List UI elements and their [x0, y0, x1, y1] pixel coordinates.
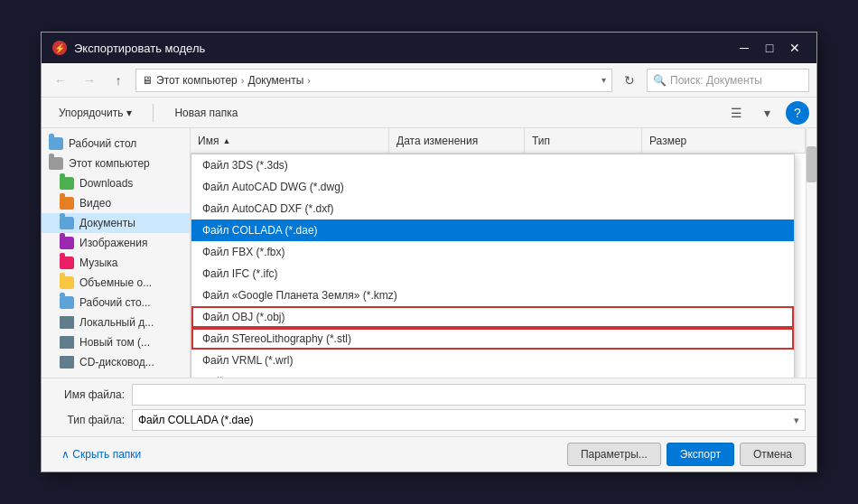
back-button[interactable]: ←: [49, 69, 72, 92]
sidebar-label-cddrive: CD-дисковод...: [79, 356, 154, 369]
drive-newtom-icon: [60, 336, 74, 349]
action-bar: ∧ Скрыть папки Параметры... Экспорт Отме…: [42, 436, 816, 471]
organize-button[interactable]: Упорядочить ▾: [49, 102, 142, 124]
header-type-label: Тип: [532, 135, 550, 147]
organize-dropdown-icon: ▾: [126, 107, 132, 119]
sidebar-item-objects[interactable]: Объемные о...: [42, 273, 190, 293]
sidebar-label-video: Видео: [79, 197, 111, 210]
dropdown-item-dae[interactable]: Файл COLLADA (*.dae): [191, 219, 794, 241]
new-folder-button[interactable]: Новая папка: [164, 102, 247, 124]
file-list-header: Имя ▲ Дата изменения Тип Размер: [191, 128, 806, 154]
header-date[interactable]: Дата изменения: [389, 128, 525, 153]
sidebar-item-video[interactable]: Видео: [42, 193, 190, 213]
minimize-button[interactable]: ─: [733, 37, 755, 59]
export-button[interactable]: Экспорт: [667, 443, 734, 466]
header-name[interactable]: Имя ▲: [191, 128, 389, 153]
folder-music-icon: [60, 257, 74, 269]
dropdown-item-obj[interactable]: Файл OBJ (*.obj): [191, 306, 794, 328]
filetype-row: Тип файла: Файл COLLADA (*.dae) ▾: [52, 409, 806, 431]
dropdown-item-wrl[interactable]: Файл VRML (*.wrl): [191, 350, 794, 371]
sidebar-label-documents: Документы: [79, 217, 135, 229]
search-icon: 🔍: [653, 74, 667, 87]
filetype-label: Тип файла:: [52, 414, 125, 426]
filename-label: Имя файла:: [52, 388, 125, 401]
address-sep2: ›: [307, 75, 311, 86]
folder-video-icon: [60, 197, 74, 210]
close-button[interactable]: ✕: [784, 37, 806, 59]
refresh-button[interactable]: ↻: [618, 69, 641, 92]
hide-folders-button[interactable]: ∧ Скрыть папки: [52, 443, 150, 466]
header-date-label: Дата изменения: [396, 135, 478, 147]
search-placeholder: Поиск: Документы: [670, 74, 762, 87]
dropdown-item-stl[interactable]: Файл STereoLithography (*.stl): [191, 328, 794, 350]
search-box[interactable]: 🔍 Поиск: Документы: [647, 69, 809, 92]
dropdown-item-dwg[interactable]: Файл AutoCAD DWG (*.dwg): [191, 176, 794, 198]
filename-row: Имя файла:: [52, 384, 806, 406]
address-bar[interactable]: 🖥 Этот компьютер › Документы › ▾: [135, 69, 612, 92]
folder-desktop2-icon: [60, 296, 74, 309]
sidebar-item-computer[interactable]: Этот компьютер: [42, 154, 190, 173]
maximize-button[interactable]: □: [759, 37, 780, 59]
address-sep1: ›: [241, 75, 245, 86]
sidebar-item-images[interactable]: Изображения: [42, 233, 190, 253]
filename-input[interactable]: [132, 384, 806, 406]
sidebar-label-computer: Этот компьютер: [69, 157, 150, 170]
header-name-label: Имя: [198, 135, 219, 147]
drive-cd-icon: [60, 356, 74, 369]
dropdown-item-fbx[interactable]: Файл FBX (*.fbx): [191, 241, 794, 263]
toolbar-divider: [153, 104, 154, 122]
forward-button[interactable]: →: [78, 69, 101, 92]
folder-download-icon: [60, 177, 74, 190]
view-options-button[interactable]: ▾: [755, 101, 779, 125]
sidebar-label-images: Изображения: [79, 237, 147, 249]
folder-docs-icon: [60, 217, 74, 229]
sidebar-label-newtom: Новый том (...: [79, 336, 150, 349]
dropdown-overlay: Файл 3DS (*.3ds) Файл AutoCAD DWG (*.dwg…: [191, 154, 806, 378]
sidebar: Рабочий стол Этот компьютер Downloads Ви…: [42, 128, 191, 378]
title-bar-left: ⚡ Экспортировать модель: [52, 41, 205, 55]
view-toggle-button[interactable]: ☰: [724, 101, 748, 125]
dropdown-item-3ds[interactable]: Файл 3DS (*.3ds): [191, 154, 794, 176]
params-button[interactable]: Параметры...: [567, 443, 661, 466]
up-button[interactable]: ↑: [107, 69, 130, 92]
scrollbar[interactable]: [806, 128, 816, 378]
dialog-title: Экспортировать модель: [74, 42, 205, 55]
export-dialog: ⚡ Экспортировать модель ─ □ ✕ ← → ↑ 🖥 Эт…: [41, 32, 817, 472]
dropdown-item-ifc[interactable]: Файл IFC (*.ifc): [191, 263, 794, 285]
organize-label: Упорядочить: [59, 107, 123, 119]
filetype-dropdown-icon: ▾: [794, 415, 799, 426]
filetype-value: Файл COLLADA (*.dae): [138, 414, 254, 426]
sort-icon: ▲: [222, 136, 230, 145]
file-list-area: Имя ▲ Дата изменения Тип Размер: [191, 128, 806, 378]
header-size[interactable]: Размер: [642, 128, 806, 153]
sidebar-label-desktop-top: Рабочий стол: [69, 137, 136, 150]
hide-folders-label: ∧ Скрыть папки: [61, 448, 141, 461]
filetype-dropdown[interactable]: Файл 3DS (*.3ds) Файл AutoCAD DWG (*.dwg…: [191, 154, 795, 378]
folder-images-icon: [60, 237, 74, 249]
sidebar-item-cddrive[interactable]: CD-дисковод...: [42, 352, 190, 372]
file-list: Adobe 08.08.2019 19:45 Папка с файлами B…: [191, 154, 806, 378]
filetype-select[interactable]: Файл COLLADA (*.dae) ▾: [132, 409, 806, 431]
dropdown-item-dxf[interactable]: Файл AutoCAD DXF (*.dxf): [191, 198, 794, 219]
sidebar-label-desktop2: Рабочий сто...: [79, 296, 151, 309]
sidebar-item-downloads[interactable]: Downloads: [42, 173, 190, 193]
dropdown-item-xsi[interactable]: Файл XSI (*.xsi): [191, 371, 794, 378]
header-type[interactable]: Тип: [525, 128, 642, 153]
sidebar-item-desktop2[interactable]: Рабочий сто...: [42, 293, 190, 313]
header-size-label: Размер: [649, 135, 686, 147]
cancel-button[interactable]: Отмена: [740, 443, 806, 466]
help-button[interactable]: ?: [786, 101, 809, 125]
sidebar-label-music: Музыка: [79, 257, 117, 269]
main-content: Рабочий стол Этот компьютер Downloads Ви…: [42, 128, 816, 378]
sidebar-item-local[interactable]: Локальный д...: [42, 313, 190, 332]
sidebar-item-music[interactable]: Музыка: [42, 253, 190, 273]
sidebar-item-newtom[interactable]: Новый том (...: [42, 332, 190, 352]
address-part-docs: Документы: [247, 74, 303, 87]
bottom-form: Имя файла: Тип файла: Файл COLLADA (*.da…: [42, 378, 816, 436]
scroll-thumb[interactable]: [807, 146, 816, 182]
folder-desktop-icon: [49, 137, 63, 150]
dropdown-item-kmz[interactable]: Файл «Google Планета Земля» (*.kmz): [191, 285, 794, 306]
sidebar-item-desktop-top[interactable]: Рабочий стол: [42, 134, 190, 154]
address-computer-icon: 🖥: [142, 74, 153, 87]
sidebar-item-documents[interactable]: Документы: [42, 213, 190, 233]
